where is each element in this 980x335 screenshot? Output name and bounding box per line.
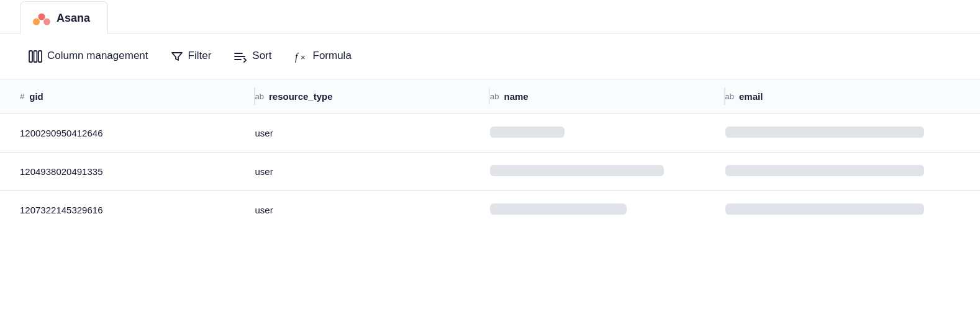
col-type-gid: #	[20, 92, 24, 101]
table-row: 1200290950412646 user	[0, 114, 980, 153]
cell-resource-type-1: user	[255, 166, 491, 177]
col-type-resource-type: ab	[255, 92, 264, 101]
svg-text:×: ×	[301, 53, 306, 62]
cell-name-2	[490, 203, 725, 217]
col-type-name: ab	[490, 92, 499, 101]
cell-gid-2: 1207322145329616	[20, 205, 255, 215]
svg-point-2	[43, 18, 50, 25]
cell-email-0	[725, 127, 961, 140]
col-name-name: name	[504, 91, 528, 102]
filter-button[interactable]: Filter	[162, 45, 220, 68]
redacted-email-2	[725, 203, 924, 215]
redacted-email-0	[725, 127, 924, 138]
svg-text:f: f	[295, 51, 299, 63]
formula-button[interactable]: f × Formula	[286, 45, 360, 68]
cell-email-1	[725, 165, 961, 178]
svg-rect-3	[29, 51, 32, 62]
filter-icon	[171, 50, 183, 63]
table-row: 1204938020491335 user	[0, 153, 980, 191]
tab-asana-label: Asana	[57, 12, 90, 25]
redacted-email-1	[725, 165, 924, 176]
redacted-name-1	[490, 165, 664, 176]
formula-label: Formula	[313, 50, 352, 62]
cell-gid-1: 1204938020491335	[20, 166, 255, 177]
column-management-button[interactable]: Column management	[20, 45, 157, 68]
tab-asana[interactable]: Asana	[20, 1, 108, 34]
redacted-name-0	[490, 127, 565, 138]
cell-name-0	[490, 127, 725, 140]
svg-rect-4	[34, 51, 37, 62]
tab-bar: Asana	[0, 0, 980, 34]
col-type-email: ab	[725, 92, 734, 101]
svg-rect-5	[39, 51, 42, 62]
formula-icon: f ×	[294, 50, 308, 63]
col-header-name[interactable]: ab name	[490, 91, 725, 102]
table-row: 1207322145329616 user	[0, 191, 980, 230]
col-header-gid[interactable]: # gid	[20, 91, 255, 102]
col-name-gid: gid	[29, 91, 43, 102]
svg-point-0	[39, 13, 45, 20]
cell-email-2	[725, 203, 961, 217]
cell-name-1	[490, 165, 725, 178]
col-header-email[interactable]: ab email	[725, 91, 961, 102]
cell-gid-0: 1200290950412646	[20, 128, 255, 138]
asana-icon	[33, 12, 50, 25]
col-header-resource-type[interactable]: ab resource_type	[255, 91, 491, 102]
cell-resource-type-2: user	[255, 205, 491, 215]
table-body: 1200290950412646 user 1204938020491335 u…	[0, 114, 980, 230]
column-management-label: Column management	[47, 50, 148, 62]
sort-label: Sort	[252, 50, 271, 62]
col-name-resource-type: resource_type	[269, 91, 333, 102]
sort-icon	[234, 50, 247, 63]
toolbar: Column management Filter Sort f ×	[0, 34, 980, 79]
cell-resource-type-0: user	[255, 128, 491, 138]
table-header: # gid ab resource_type ab name ab email	[0, 79, 980, 114]
col-name-email: email	[739, 91, 763, 102]
filter-label: Filter	[188, 50, 212, 62]
svg-point-1	[33, 18, 40, 25]
column-management-icon	[29, 50, 42, 63]
redacted-name-2	[490, 203, 627, 215]
sort-button[interactable]: Sort	[225, 45, 280, 68]
